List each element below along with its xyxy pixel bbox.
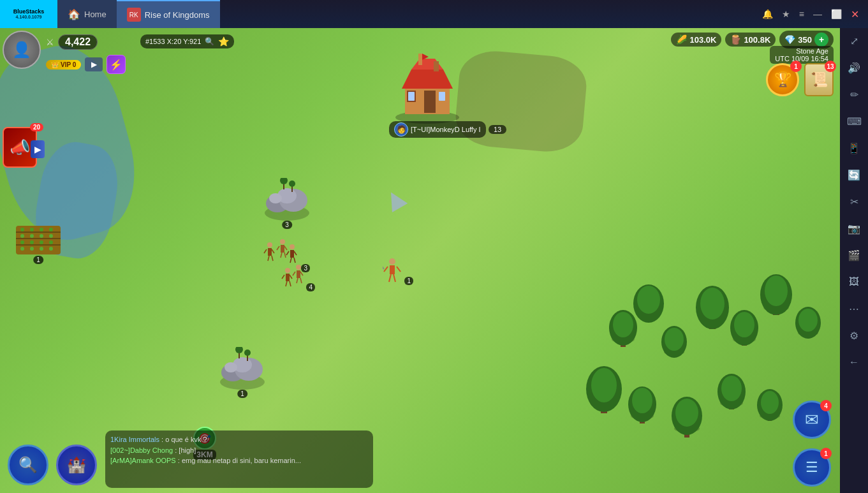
stone-quarry-2[interactable]: 1 — [217, 347, 268, 394]
player-city[interactable]: 🧑 [T~UI]MonkeyD Luffy I 13 — [389, 54, 506, 138]
radar-button[interactable]: 🔍 — [8, 445, 48, 485]
bell-icon[interactable]: 🔔 — [762, 9, 773, 19]
svg-line-124 — [282, 275, 284, 279]
svg-line-112 — [277, 246, 279, 250]
chat-text-0: : o que é kvk ? — [161, 436, 207, 443]
mail-badge: 4 — [820, 400, 832, 411]
svg-line-121 — [294, 258, 295, 263]
star-icon[interactable]: ★ — [782, 9, 790, 19]
quest-notification[interactable]: 📣 20 ▶ — [3, 127, 43, 172]
arrow-button[interactable]: ▶ — [85, 57, 103, 71]
sidebar-record-icon[interactable]: 🎬 — [841, 242, 867, 268]
svg-point-97 — [389, 258, 395, 265]
titlebar: BlueStacks 4.140.0.1079 🏠 Home RK Rise o… — [0, 0, 868, 28]
castle-button[interactable]: 🏰 — [56, 445, 97, 485]
svg-point-7 — [637, 286, 660, 314]
svg-point-74 — [280, 178, 288, 184]
close-icon[interactable]: ✕ — [851, 8, 859, 20]
farm-building[interactable]: 1 — [13, 219, 64, 260]
svg-line-127 — [290, 281, 291, 286]
purple-skill-badge[interactable]: ⚡ — [107, 55, 126, 74]
farm-level: 1 — [33, 256, 43, 264]
chat-text-1: : [high] — [175, 446, 196, 454]
stone-quarry-1[interactable]: 3 — [261, 178, 313, 225]
mail-button[interactable]: ✉ 4 — [793, 401, 831, 439]
sidebar-edit-icon[interactable]: ✏ — [841, 82, 867, 107]
sidebar-rotate-icon[interactable]: 🔄 — [841, 162, 867, 188]
coord-search-icon[interactable]: 🔍 — [205, 37, 214, 46]
player-name-label: [T~UI]MonkeyD Luffy I — [411, 126, 481, 133]
sidebar-camera-icon[interactable]: 📷 — [841, 216, 867, 241]
maximize-icon[interactable]: ⬜ — [831, 9, 842, 19]
sidebar-more-icon[interactable]: ⋯ — [841, 296, 867, 321]
svg-point-85 — [244, 350, 251, 356]
chat-name-1: [002~]Dabby Chong — [110, 446, 173, 454]
tab-game-label: Rise of Kingdoms — [145, 10, 210, 20]
map-background[interactable]: 1 3 — [0, 28, 840, 493]
svg-point-43 — [721, 376, 742, 401]
menu-button[interactable]: ☰ 1 — [793, 448, 831, 487]
svg-point-15 — [700, 288, 725, 320]
troop-figure-1 — [383, 258, 402, 283]
chat-message-1: [002~]Dabby Chong : [high] — [110, 445, 368, 456]
titlebar-controls: 🔔 ★ ≡ — ⬜ ✕ — [762, 8, 868, 20]
tab-game[interactable]: RK Rise of Kingdoms — [117, 0, 220, 28]
troop-1-level: 1 — [404, 277, 413, 285]
player-avatar[interactable]: 👤 — [3, 31, 41, 69]
troop-group-3[interactable]: 4 — [278, 264, 315, 292]
svg-point-72 — [269, 193, 282, 203]
quest-badge: 20 — [30, 123, 43, 131]
forest-right — [585, 207, 840, 493]
sidebar-phone-icon[interactable]: 📱 — [841, 135, 867, 161]
svg-point-66 — [40, 247, 43, 251]
menu-icon[interactable]: ≡ — [799, 9, 804, 19]
right-sidebar: ⤢ 🔊 ✏ ⌨ 📱 🔄 ✂ 📷 🎬 🖼 ⋯ ⚙ ← — [840, 0, 868, 493]
svg-line-109 — [272, 256, 273, 261]
sidebar-keyboard-icon[interactable]: ⌨ — [841, 108, 867, 134]
svg-point-67 — [49, 247, 53, 251]
svg-line-133 — [300, 278, 302, 283]
svg-point-57 — [30, 234, 34, 238]
svg-point-11 — [665, 328, 684, 351]
svg-point-3 — [613, 312, 633, 337]
chat-box[interactable]: 1Kira Immortals : o que é kvk ? [002~]Da… — [105, 430, 373, 488]
add-gems-button[interactable]: + — [814, 33, 828, 47]
sidebar-back-icon[interactable]: ← — [841, 350, 867, 375]
minimize-icon[interactable]: — — [813, 9, 822, 19]
svg-point-63 — [49, 240, 53, 244]
svg-line-108 — [268, 256, 269, 261]
svg-point-47 — [761, 391, 779, 414]
bs-version: 4.140.0.1079 — [16, 15, 42, 19]
svg-rect-111 — [281, 245, 284, 253]
svg-line-126 — [286, 281, 287, 286]
svg-line-106 — [264, 249, 267, 253]
chat-text-2: : emg mau netap di sini, baru kemarin... — [178, 457, 301, 464]
tab-home[interactable]: 🏠 Home — [57, 0, 117, 28]
svg-point-19 — [734, 312, 754, 337]
bs-logo-text: BlueStacks — [13, 9, 45, 15]
coord-star-icon[interactable]: ⭐ — [218, 36, 229, 47]
home-icon: 🏠 — [68, 8, 80, 20]
svg-line-132 — [297, 278, 298, 283]
sidebar-settings-icon[interactable]: ⚙ — [841, 323, 867, 348]
sidebar-volume-icon[interactable]: 🔊 — [841, 55, 867, 80]
player-level-label: 13 — [489, 125, 506, 134]
sidebar-expand-icon[interactable]: ⤢ — [841, 28, 867, 54]
scroll-button[interactable]: 📜 13 — [804, 63, 834, 96]
svg-line-125 — [290, 275, 292, 279]
svg-point-62 — [40, 240, 43, 244]
achievement-badge: 1 — [790, 61, 802, 72]
svg-point-83 — [235, 347, 243, 353]
svg-line-120 — [290, 258, 291, 263]
svg-point-56 — [20, 234, 24, 238]
sidebar-scissors-icon[interactable]: ✂ — [841, 189, 867, 214]
svg-point-35 — [632, 388, 652, 413]
svg-rect-98 — [390, 265, 395, 274]
sidebar-image-icon[interactable]: 🖼 — [841, 269, 867, 295]
achievement-button[interactable]: 🏆 1 — [766, 63, 799, 96]
svg-point-54 — [40, 228, 43, 232]
troop-1[interactable]: 1 — [383, 258, 413, 286]
svg-rect-129 — [297, 270, 300, 278]
quest-arrow-button[interactable]: ▶ — [31, 140, 45, 158]
svg-rect-95 — [418, 54, 422, 65]
